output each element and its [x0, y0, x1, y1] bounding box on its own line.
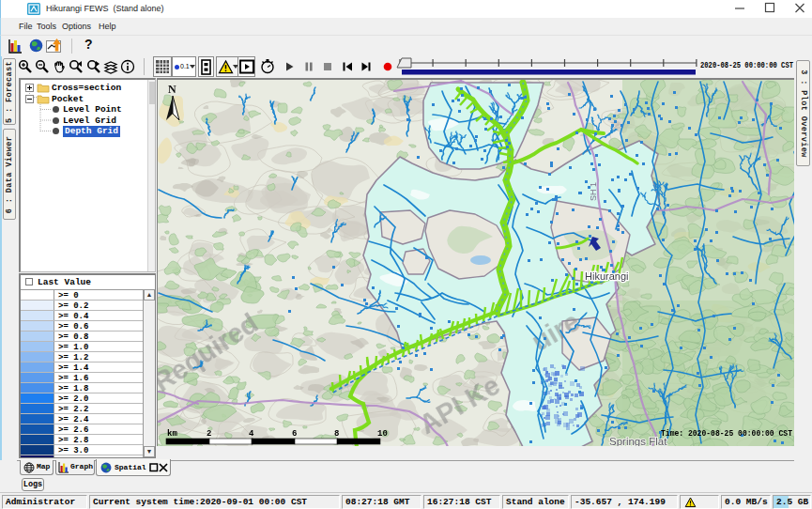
svg-text:8: 8	[334, 429, 339, 439]
svg-text:2020-08-25 00:00:00 CST: 2020-08-25 00:00:00 CST	[700, 61, 793, 70]
svg-text:4: 4	[249, 429, 254, 439]
svg-text:Springs Flat: Springs Flat	[609, 436, 667, 446]
svg-text:N: N	[168, 83, 176, 96]
svg-text:10: 10	[377, 429, 388, 439]
svg-text:km: km	[167, 429, 177, 439]
svg-text:SH 1: SH 1	[589, 182, 598, 201]
svg-text:2: 2	[207, 429, 211, 439]
svg-text:6: 6	[292, 429, 297, 439]
svg-text:Hikurangi: Hikurangi	[585, 270, 628, 282]
svg-text:Time: 2020-08-25 00:00:00 CST: Time: 2020-08-25 00:00:00 CST	[661, 428, 792, 439]
